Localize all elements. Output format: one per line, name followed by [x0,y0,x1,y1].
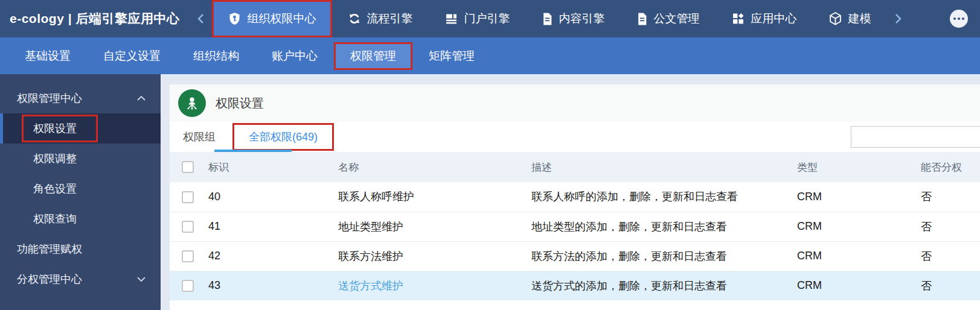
topnav-item-official-doc-mgmt[interactable]: 公文管理 [621,0,716,37]
more-menu-button[interactable] [950,10,968,28]
sidebar-item-permission-settings[interactable]: 权限设置 [0,113,161,144]
sub-nav: 基础设置 自定义设置 组织结构 账户中心 权限管理 矩阵管理 [0,37,980,74]
sidebar-item-permission-query[interactable]: 权限查询 [0,204,161,234]
chevron-right-icon [894,13,903,25]
row-checkbox[interactable] [182,191,194,203]
subnav-item-permission-mgmt[interactable]: 权限管理 [334,42,412,70]
cell-subauth: 否 [921,271,980,300]
nav-scroll-left-button[interactable] [189,0,212,37]
table-header-row: 标识 名称 描述 类型 能否分权 [170,152,980,182]
sidebar-item-label: 功能管理赋权 [17,242,82,256]
sidebar-item-label: 分权管理中心 [17,272,82,286]
sidebar-item-function-mgmt-auth[interactable]: 功能管理赋权 [0,234,161,264]
column-header-subauth: 能否分权 [921,152,980,182]
cell-desc: 地址类型的添加，删除，更新和日志查看 [531,212,797,241]
cell-subauth: 否 [921,182,980,212]
chevron-down-icon [136,276,146,282]
row-checkbox[interactable] [182,250,194,262]
cell-id: 40 [208,182,338,212]
cell-id: 43 [208,271,338,300]
table-row-hovered[interactable]: 43 送货方式维护 送货方式的添加，删除，更新和日志查看 CRM 否 [170,271,980,300]
app-grid-icon [732,13,745,25]
page-title: 权限设置 [216,95,264,112]
cube-icon [829,12,842,25]
table-row[interactable]: 41 地址类型维护 地址类型的添加，删除，更新和日志查看 CRM 否 [170,212,980,241]
top-bar: e-cology | 后端引擎应用中心 组织权限中心 流程引擎 门户引擎 内容引… [0,0,980,37]
sidebar-item-label: 权限调整 [33,151,77,166]
cell-desc: 联系方法的添加，删除，更新和日志查看 [531,241,797,271]
topnav-item-workflow-engine[interactable]: 流程引擎 [332,0,429,37]
cell-name: 联系方法维护 [338,241,531,271]
sidebar-item-permission-adjust[interactable]: 权限调整 [0,144,161,174]
topnav-item-content-engine[interactable]: 内容引擎 [526,0,621,37]
top-nav: 组织权限中心 流程引擎 门户引擎 内容引擎 公文管理 应用中心 建模 [212,0,887,37]
document-icon [637,13,647,25]
page-header: 权限设置 [170,84,980,122]
cell-id: 42 [208,241,338,271]
subnav-item-account-center[interactable]: 账户中心 [255,42,334,70]
chevron-up-icon [136,95,146,101]
topnav-item-portal-engine[interactable]: 门户引擎 [429,0,526,37]
content-area: 权限设置 权限组 全部权限(649) 标识 名称 描述 类型 [161,74,980,310]
sidebar-group-permission-mgmt-center[interactable]: 权限管理中心 [0,83,161,113]
active-tab-underline [214,150,292,152]
workflow-icon [348,13,360,25]
portal-layout-icon [445,13,458,25]
cell-subauth: 否 [921,241,980,271]
topnav-item-label: 流程引擎 [367,11,412,27]
sidebar: 权限管理中心 权限设置 权限调整 角色设置 权限查询 功能管理赋权 分权管理中心 [0,74,161,310]
sidebar-item-label: 权限管理中心 [17,91,82,106]
column-header-desc: 描述 [531,152,797,182]
select-all-checkbox[interactable] [182,161,194,173]
shield-key-icon [228,12,241,25]
row-checkbox[interactable] [182,221,194,233]
topnav-item-app-center[interactable]: 应用中心 [716,0,813,37]
search-input[interactable] [851,126,980,148]
column-header-name: 名称 [338,152,531,182]
app-logo: e-cology | 后端引擎应用中心 [0,0,189,37]
ellipsis-icon [953,17,956,20]
tabs-row: 权限组 全部权限(649) [170,122,980,152]
table-row[interactable]: 42 联系方法维护 联系方法的添加，删除，更新和日志查看 CRM 否 [170,241,980,271]
permission-settings-card: 权限设置 权限组 全部权限(649) 标识 名称 描述 类型 [170,84,980,310]
annotation-box: 权限设置 [22,115,98,142]
cell-type: CRM [797,182,921,212]
table-row[interactable]: 40 联系人称呼维护 联系人称呼的添加，删除，更新和日志查看 CRM 否 [170,182,980,212]
permissions-table: 标识 名称 描述 类型 能否分权 40 联系人称呼维护 联系人称呼的添加，删除，… [170,152,980,300]
document-icon [542,13,552,25]
cell-type: CRM [797,271,921,300]
tab-all-permissions[interactable]: 全部权限(649) [232,123,334,151]
column-header-id: 标识 [208,152,338,182]
topnav-item-label: 组织权限中心 [247,11,316,27]
topnav-item-label: 内容引擎 [559,11,604,27]
chevron-left-icon [196,13,205,25]
cell-desc: 联系人称呼的添加，删除，更新和日志查看 [531,182,797,212]
cell-type: CRM [797,241,921,271]
topnav-item-modeling[interactable]: 建模 [813,0,887,37]
sidebar-item-role-settings[interactable]: 角色设置 [0,174,161,204]
topnav-item-label: 建模 [848,11,871,27]
row-checkbox[interactable] [182,280,194,292]
subnav-item-custom-settings[interactable]: 自定义设置 [87,42,177,70]
ellipsis-icon [962,17,964,20]
sidebar-group-subauth-mgmt-center[interactable]: 分权管理中心 [0,264,161,294]
subnav-item-org-structure[interactable]: 组织结构 [177,42,255,70]
topnav-item-label: 门户引擎 [464,11,510,27]
sidebar-item-label: 角色设置 [33,182,77,196]
subnav-item-matrix-mgmt[interactable]: 矩阵管理 [412,42,491,70]
topnav-item-label: 公文管理 [653,11,699,27]
column-header-type: 类型 [797,152,921,182]
topbar-right [950,0,980,37]
table-body: 40 联系人称呼维护 联系人称呼的添加，删除，更新和日志查看 CRM 否 41 … [170,182,980,300]
cell-subauth: 否 [921,212,980,241]
tab-permission-groups[interactable]: 权限组 [183,130,216,144]
subnav-item-basic-settings[interactable]: 基础设置 [8,42,87,70]
annotation-box[interactable]: 全部权限(649) [232,123,334,151]
cell-name: 联系人称呼维护 [338,182,531,212]
topnav-item-label: 应用中心 [751,11,796,27]
permission-person-icon [178,89,206,117]
topnav-item-org-permission-center[interactable]: 组织权限中心 [212,0,332,37]
cell-name-link[interactable]: 送货方式维护 [338,280,403,292]
cell-name: 地址类型维护 [338,212,531,241]
nav-scroll-right-button[interactable] [887,0,910,37]
